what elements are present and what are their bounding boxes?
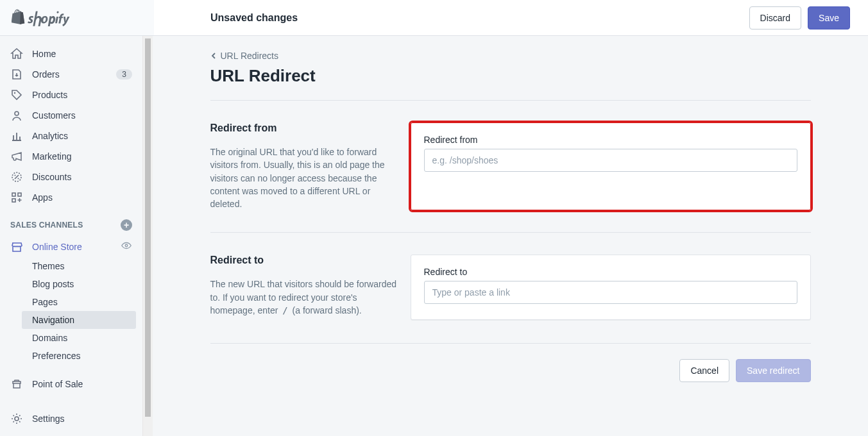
cancel-button[interactable]: Cancel bbox=[679, 359, 729, 382]
svg-point-9 bbox=[15, 417, 19, 421]
unsaved-changes-label: Unsaved changes bbox=[210, 12, 298, 24]
section-help-redirect-to: The new URL that visitors should be forw… bbox=[210, 278, 398, 317]
orders-badge: 3 bbox=[116, 69, 132, 80]
redirect-from-card: Redirect from bbox=[411, 122, 811, 210]
sales-channels-label: SALES CHANNELS bbox=[10, 221, 83, 230]
gear-icon bbox=[10, 412, 23, 425]
home-icon bbox=[10, 47, 23, 60]
svg-point-0 bbox=[14, 92, 15, 94]
nav-settings[interactable]: Settings bbox=[0, 408, 142, 429]
svg-rect-7 bbox=[12, 199, 15, 202]
sub-preferences[interactable]: Preferences bbox=[0, 347, 140, 365]
nav-orders[interactable]: Orders 3 bbox=[0, 64, 142, 85]
sales-channels-header: SALES CHANNELS + bbox=[0, 208, 142, 236]
sub-pages[interactable]: Pages bbox=[0, 293, 140, 311]
nav-label: Orders bbox=[32, 69, 60, 80]
orders-icon bbox=[10, 68, 23, 81]
divider bbox=[210, 232, 811, 233]
megaphone-icon bbox=[10, 150, 23, 163]
discard-button[interactable]: Discard bbox=[749, 6, 801, 29]
svg-point-8 bbox=[125, 244, 128, 247]
main-content: URL Redirects URL Redirect Redirect from… bbox=[153, 36, 868, 436]
view-store-button[interactable] bbox=[121, 240, 132, 253]
svg-rect-5 bbox=[12, 193, 15, 196]
person-icon bbox=[10, 109, 23, 122]
page-title: URL Redirect bbox=[210, 66, 811, 86]
sub-domains[interactable]: Domains bbox=[0, 329, 140, 347]
redirect-to-input[interactable] bbox=[424, 281, 797, 304]
breadcrumb-label: URL Redirects bbox=[221, 51, 279, 61]
discount-icon bbox=[10, 171, 23, 183]
nav-label: Analytics bbox=[32, 131, 68, 141]
nav-label: Online Store bbox=[32, 242, 82, 252]
svg-point-4 bbox=[18, 178, 19, 180]
nav-label: Marketing bbox=[32, 151, 71, 162]
nav-point-of-sale[interactable]: Point of Sale bbox=[0, 374, 142, 394]
redirect-to-label: Redirect to bbox=[424, 267, 797, 277]
save-button[interactable]: Save bbox=[808, 6, 850, 29]
nav-label: Point of Sale bbox=[32, 379, 83, 389]
nav-apps[interactable]: Apps bbox=[0, 187, 142, 208]
store-icon bbox=[10, 240, 23, 253]
nav-products[interactable]: Products bbox=[0, 85, 142, 105]
nav-customers[interactable]: Customers bbox=[0, 105, 142, 126]
sidebar-scrollbar[interactable] bbox=[142, 36, 153, 436]
nav-label: Discounts bbox=[32, 172, 71, 182]
sub-navigation[interactable]: Navigation bbox=[22, 311, 136, 329]
breadcrumb-back[interactable]: URL Redirects bbox=[210, 51, 279, 61]
sub-themes[interactable]: Themes bbox=[0, 257, 140, 275]
nav-marketing[interactable]: Marketing bbox=[0, 146, 142, 167]
sidebar: Home Orders 3 Products Customers Analyti… bbox=[0, 36, 142, 436]
svg-point-1 bbox=[15, 112, 19, 115]
nav-online-store[interactable]: Online Store bbox=[0, 236, 142, 257]
analytics-icon bbox=[10, 130, 23, 142]
svg-rect-6 bbox=[18, 193, 21, 196]
section-help-redirect-from: The original URL that you'd like to forw… bbox=[210, 146, 398, 210]
redirect-from-input[interactable] bbox=[424, 149, 797, 172]
redirect-to-card: Redirect to bbox=[411, 255, 811, 320]
sub-blog-posts[interactable]: Blog posts bbox=[0, 275, 140, 293]
shopify-logo[interactable] bbox=[0, 0, 154, 36]
section-title-redirect-to: Redirect to bbox=[210, 255, 398, 266]
nav-home[interactable]: Home bbox=[0, 44, 142, 64]
nav-label: Products bbox=[32, 90, 67, 100]
svg-point-3 bbox=[15, 175, 16, 176]
divider bbox=[210, 100, 811, 101]
save-redirect-button[interactable]: Save redirect bbox=[736, 359, 810, 382]
add-channel-button[interactable]: + bbox=[121, 219, 132, 231]
nav-label: Settings bbox=[32, 414, 65, 424]
nav-label: Apps bbox=[32, 192, 53, 203]
nav-label: Home bbox=[32, 49, 56, 59]
nav-discounts[interactable]: Discounts bbox=[0, 167, 142, 187]
nav-label: Customers bbox=[32, 110, 76, 121]
pos-icon bbox=[10, 378, 23, 390]
tag-icon bbox=[10, 88, 23, 101]
scrollbar-thumb[interactable] bbox=[145, 38, 151, 417]
apps-icon bbox=[10, 191, 23, 204]
section-title-redirect-from: Redirect from bbox=[210, 122, 398, 134]
nav-analytics[interactable]: Analytics bbox=[0, 126, 142, 146]
redirect-from-label: Redirect from bbox=[424, 135, 797, 145]
chevron-left-icon bbox=[210, 53, 217, 59]
